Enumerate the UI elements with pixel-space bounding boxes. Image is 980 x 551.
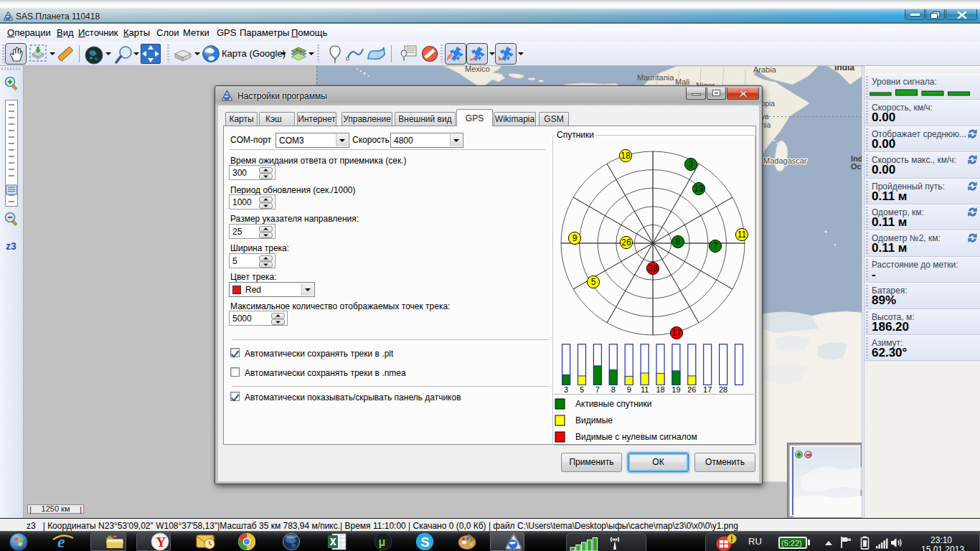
svg-text:Y: Y xyxy=(156,534,166,550)
svg-text:9: 9 xyxy=(573,233,578,243)
svg-text:S: S xyxy=(421,535,430,550)
svg-text:28: 28 xyxy=(648,263,658,273)
svg-text:26: 26 xyxy=(621,237,631,248)
svg-text:11: 11 xyxy=(641,385,649,394)
svg-text:17: 17 xyxy=(703,385,712,394)
svg-text:9: 9 xyxy=(627,385,631,394)
svg-text:5: 5 xyxy=(591,277,596,287)
svg-text:Mexico: Mexico xyxy=(465,66,490,73)
svg-text:Активные спутники: Активные спутники xyxy=(575,399,652,409)
svg-text:3: 3 xyxy=(564,385,568,394)
svg-text:5: 5 xyxy=(580,385,584,394)
svg-text:India: India xyxy=(834,66,854,72)
svg-text:opia: opia xyxy=(761,100,775,108)
svg-text:8: 8 xyxy=(676,237,681,247)
svg-text:28: 28 xyxy=(719,385,727,394)
svg-text:19: 19 xyxy=(672,385,680,394)
svg-text:18: 18 xyxy=(656,385,664,394)
svg-text:7: 7 xyxy=(713,241,718,251)
svg-text:18: 18 xyxy=(621,151,631,161)
svg-text:Arabia: Arabia xyxy=(753,66,777,74)
svg-text:7: 7 xyxy=(595,385,600,394)
svg-text:nia: nia xyxy=(761,121,771,129)
svg-text:17: 17 xyxy=(672,328,682,338)
svg-text:3: 3 xyxy=(689,159,694,169)
svg-text:11: 11 xyxy=(738,230,747,240)
svg-text:Mauritania: Mauritania xyxy=(637,73,674,82)
svg-text:26: 26 xyxy=(687,385,696,394)
svg-text:Madagascar: Madagascar xyxy=(763,156,807,165)
svg-text:Видимые: Видимые xyxy=(575,415,613,425)
svg-text:µ: µ xyxy=(379,535,386,549)
svg-text:19: 19 xyxy=(694,184,704,194)
svg-text:Видимые с нулевым сигналом: Видимые с нулевым сигналом xyxy=(575,432,697,442)
svg-text:8: 8 xyxy=(611,385,616,394)
